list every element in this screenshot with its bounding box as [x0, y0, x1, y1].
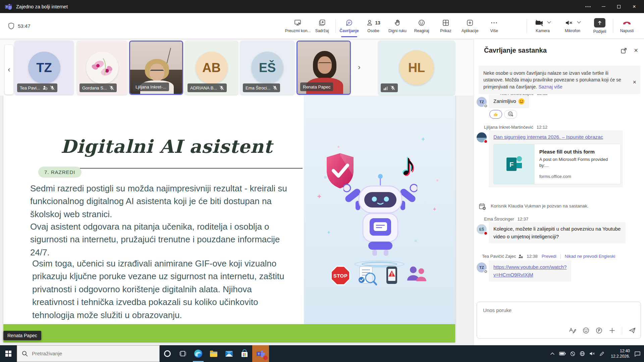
attach-plus-icon[interactable]	[609, 327, 615, 334]
toolbar-divider	[613, 19, 613, 33]
participant-tile-renata[interactable]: Renata Papec	[297, 41, 351, 95]
never-translate-link[interactable]: Nikad ne prevodi Engleski	[565, 254, 615, 259]
signal-bars-icon	[383, 86, 388, 90]
thumbs-up-reaction[interactable]	[489, 110, 502, 119]
translate-link[interactable]: Prevedi	[542, 254, 556, 259]
popout-icon[interactable]	[621, 47, 627, 54]
window-maximize-button[interactable]	[611, 0, 627, 13]
tray-network-icon[interactable]	[580, 351, 585, 356]
add-reaction-button[interactable]	[504, 110, 517, 119]
strip-scroll-left-button[interactable]: ‹	[5, 45, 13, 95]
participant-name-chip: Renata Papec	[300, 82, 333, 91]
avatar-photo	[477, 132, 487, 142]
mic-button[interactable]: Mikrofon	[557, 13, 588, 39]
svg-text:F: F	[509, 161, 514, 168]
avatar: EŠ	[251, 52, 283, 84]
taskbar-teams-button[interactable]: T	[252, 345, 269, 362]
stop-sign-icon: STOP	[331, 266, 350, 285]
taskbar-mail-button[interactable]	[221, 345, 237, 362]
clock-time: 12:40	[611, 348, 630, 354]
toolbar-button-people[interactable]: 13 Osobe	[361, 13, 385, 39]
send-icon[interactable]	[629, 327, 636, 334]
search-input[interactable]	[32, 351, 143, 357]
clock-date: 12.2.2026.	[611, 354, 630, 359]
forms-link-card[interactable]: F Please fill out this form A post on Mi…	[493, 144, 621, 184]
toolbar-divider	[335, 19, 336, 33]
notice-close-icon[interactable]: ×	[633, 78, 636, 86]
taskbar-taskview-button[interactable]	[175, 345, 191, 362]
file-explorer-icon	[209, 349, 218, 358]
avatar: AB	[196, 52, 228, 84]
toolbar-button-view[interactable]: Prikaz	[434, 13, 458, 39]
action-center-icon[interactable]	[634, 351, 641, 357]
share-button[interactable]: Podijeli	[588, 13, 611, 39]
toolbar-button-react[interactable]: Reagiraj	[410, 13, 434, 39]
emoji-icon[interactable]	[583, 327, 589, 334]
taskbar-explorer-button[interactable]	[206, 345, 221, 362]
participant-tile-hl[interactable]: HL	[378, 41, 455, 95]
tray-location-off-icon[interactable]	[570, 351, 575, 356]
mic-options-chevron-icon[interactable]	[577, 19, 581, 23]
share-content-icon	[318, 19, 326, 27]
participant-tile-adriana[interactable]: AB ADRIANA B...	[185, 41, 238, 95]
chat-message: Zanimljivo	[489, 95, 529, 119]
shared-form-link[interactable]: Dan sigurnijeg interneta 2026. – Ispunit…	[493, 134, 603, 140]
window-more-button[interactable]	[580, 0, 596, 13]
avatar: TZ	[477, 262, 487, 273]
chat-message-header: Ema Štrocinger12:37	[484, 216, 528, 222]
toolbar-button-content[interactable]: Sadržaj	[310, 13, 334, 39]
taskbar-search[interactable]	[17, 345, 160, 362]
start-button[interactable]	[0, 345, 17, 362]
edge-icon	[194, 349, 203, 358]
people-count: 13	[375, 20, 380, 25]
toolbar-button-more[interactable]: Više	[482, 13, 506, 39]
chat-message-bubble: Zanimljivo	[489, 95, 529, 108]
microsoft-forms-icon: F	[504, 154, 524, 174]
learn-more-link[interactable]: Saznaj više	[538, 84, 562, 89]
mic-muted-icon	[390, 85, 395, 90]
toolbar-button-raise-hand[interactable]: Digni ruku	[385, 13, 410, 39]
toolbar-button-takecontrol[interactable]: Preuzmi kon...	[286, 13, 310, 39]
loop-component-icon[interactable]	[596, 327, 602, 334]
participant-tile-ljiljana[interactable]: Ljiljana Inkret-...	[129, 41, 183, 95]
taskbar-clock[interactable]: 12:40 12.2.2026.	[611, 348, 630, 359]
raise-hand-icon	[393, 19, 401, 27]
format-icon[interactable]	[569, 327, 576, 334]
window-title: Zajedno za bolji internet	[16, 4, 68, 9]
add-reaction-icon	[508, 111, 514, 117]
chat-close-icon[interactable]: ×	[634, 47, 638, 54]
taskbar-store-button[interactable]	[237, 345, 252, 362]
tray-chevron-up-icon[interactable]	[550, 352, 555, 355]
camera-off-icon	[535, 19, 544, 27]
leave-button[interactable]: Napusti	[614, 13, 639, 39]
toolbar-button-chat[interactable]: Čavrljanje	[337, 13, 361, 39]
youtube-link[interactable]: https://www.youtube.com/watch?v=HCmO9RvI…	[493, 264, 567, 278]
participant-tile-gordana[interactable]: Gordana S...	[77, 41, 127, 95]
tray-battery-icon[interactable]	[559, 352, 566, 356]
camera-options-chevron-icon[interactable]	[547, 19, 551, 23]
taskbar-cortana-button[interactable]	[160, 345, 175, 362]
timer-value: 53:47	[18, 23, 31, 29]
participant-tile-ema[interactable]: EŠ Ema Štroci...	[240, 41, 294, 95]
meeting-toolbar: 53:47 Preuzmi kon... Sadržaj Čavrljanje …	[0, 13, 644, 39]
participant-tile-tea[interactable]: TZ Tea Pavi... ?	[14, 41, 74, 95]
monitor-cursor-icon	[294, 19, 302, 27]
toolbar-divider	[527, 19, 527, 33]
slide-paragraph-3: Osim toga, učenici su izrađivali animira…	[32, 257, 287, 321]
taskbar-edge-button[interactable]	[191, 345, 206, 362]
presence-busy-icon	[484, 231, 488, 235]
strip-scroll-right-button[interactable]: ›	[355, 59, 364, 75]
chat-system-message: Korisnik Klaudia Vukman je pozvan na sas…	[479, 203, 588, 210]
camera-button[interactable]: Kamera	[528, 13, 557, 39]
slide-paragraph-1: Sedmi razredi postigli su možda najimpre…	[30, 182, 288, 221]
mail-icon	[224, 349, 234, 358]
presence-offline-icon	[484, 104, 488, 108]
window-minimize-button[interactable]	[596, 0, 611, 13]
tray-pen-icon[interactable]	[599, 351, 604, 356]
chat-input-box[interactable]: Unos poruke	[477, 302, 641, 339]
slide-title: Digitalni AI asistent	[61, 136, 272, 157]
tray-volume-muted-icon[interactable]	[589, 351, 595, 356]
window-close-button[interactable]: ×	[627, 0, 642, 13]
phone-warning-icon	[384, 266, 400, 285]
toolbar-button-apps[interactable]: Aplikacije	[458, 13, 482, 39]
